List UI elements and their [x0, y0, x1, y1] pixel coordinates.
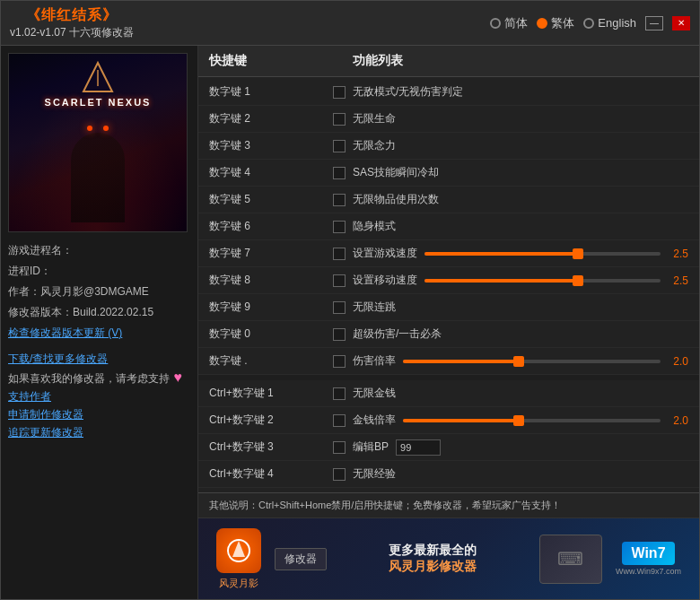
shortcut-5: 数字键 5 [209, 192, 326, 207]
checkbox-1[interactable] [333, 86, 346, 99]
keyboard-image: ⌨ [539, 535, 602, 584]
table-row: Ctrl+数字键 4 无限经验 [198, 461, 699, 488]
left-panel: SCARLET NEXUS 游戏进程名： 进程ID： 作者：风灵月影@3DMGA… [1, 46, 198, 599]
function-2: 无限生命 [353, 111, 688, 126]
download-link[interactable]: 下载/查找更多修改器 [8, 352, 190, 367]
checkbox-ctrl-1[interactable] [333, 387, 346, 400]
dmg-slider-fill [403, 360, 519, 363]
request-link[interactable]: 申请制作修改器 [8, 407, 190, 422]
checkbox-ctrl-3[interactable] [333, 441, 346, 454]
speed-slider-fill [424, 252, 578, 256]
process-id-label: 进程ID： [8, 264, 190, 279]
checkbox-4[interactable] [333, 167, 346, 179]
supporters-link[interactable]: 支持作者 [8, 389, 190, 404]
lang-traditional[interactable]: 繁体 [537, 15, 574, 31]
dmg-slider-track[interactable] [403, 360, 661, 363]
checkbox-cell-5[interactable] [326, 194, 353, 206]
speed-slider-track[interactable] [424, 252, 661, 256]
checkbox-cell-ctrl-2[interactable] [326, 414, 353, 427]
checkbox-2[interactable] [333, 113, 346, 126]
function-5: 无限物品使用次数 [353, 192, 688, 207]
table-row: 数字键 . 伤害倍率 2.0 [198, 348, 699, 375]
title-bar: 《绯红结系》 v1.02-v1.07 十六项修改器 简体 繁体 English … [1, 1, 699, 46]
speed-slider-value: 2.5 [666, 248, 688, 260]
check-update-link[interactable]: 检查修改器版本更新 (V) [8, 326, 190, 341]
minimize-icon: — [650, 18, 659, 28]
table-row: Ctrl+数字键 3 编辑BP [198, 434, 699, 461]
footer-logo-icon [216, 528, 261, 573]
checkbox-ctrl-2[interactable] [333, 414, 346, 427]
lang-simplified-label: 简体 [504, 15, 528, 31]
checkbox-cell-7[interactable] [326, 248, 353, 260]
function-ctrl-2: 金钱倍率 2.0 [353, 413, 688, 428]
table-header: 快捷键 功能列表 [198, 46, 699, 77]
latest-link[interactable]: 追踪更新修改器 [8, 425, 190, 440]
checkbox-ctrl-4[interactable] [333, 468, 346, 481]
lang-simplified[interactable]: 简体 [490, 15, 528, 31]
table-row: 数字键 3 无限念力 [198, 133, 699, 160]
function-8: 设置移动速度 2.5 [353, 273, 688, 288]
checkbox-cell-8[interactable] [326, 274, 353, 287]
bp-input[interactable] [396, 439, 441, 456]
function-ctrl-1: 无限金钱 [353, 386, 688, 401]
checkbox-cell-6[interactable] [326, 221, 353, 233]
function-6: 隐身模式 [353, 219, 688, 234]
dmg-slider-container: 2.0 [403, 355, 688, 368]
game-image: SCARLET NEXUS [8, 53, 188, 232]
dmg-slider-thumb[interactable] [513, 356, 524, 367]
lang-english[interactable]: English [583, 16, 636, 30]
shortcut-6: 数字键 6 [209, 219, 326, 234]
money-slider-thumb[interactable] [513, 415, 524, 426]
radio-traditional [537, 18, 547, 29]
checkbox-7[interactable] [333, 248, 346, 260]
table-body: 数字键 1 无敌模式/无视伤害判定 数字键 2 无限生命 数字键 3 无限念力 [198, 77, 699, 492]
checkbox-cell-ctrl-4[interactable] [326, 468, 353, 481]
move-slider-container: 2.5 [424, 274, 688, 287]
dmg-slider-value: 2.0 [666, 355, 688, 368]
scarlet-nexus-logo-text: SCARLET NEXUS [16, 97, 179, 108]
checkbox-8[interactable] [333, 274, 346, 287]
checkbox-cell-ctrl-3[interactable] [326, 441, 353, 454]
close-button[interactable]: ✕ [672, 16, 690, 30]
shortcut-7: 数字键 7 [209, 246, 326, 261]
checkbox-11[interactable] [333, 355, 346, 368]
function-7: 设置游戏速度 2.5 [353, 246, 688, 261]
table-row: 数字键 6 隐身模式 [198, 213, 699, 240]
checkbox-cell-11[interactable] [326, 355, 353, 368]
win7-logo: Win7 [622, 542, 674, 565]
checkbox-3[interactable] [333, 140, 346, 152]
footer-center: 更多最新最全的 风灵月影修改器 [340, 543, 526, 575]
footer-logo-text: 风灵月影 [219, 577, 258, 590]
checkbox-cell-3[interactable] [326, 140, 353, 152]
checkbox-9[interactable] [333, 301, 346, 314]
footer-main-text2: 风灵月影修改器 [340, 559, 526, 575]
checkbox-cell-2[interactable] [326, 113, 353, 126]
shortcut-1: 数字键 1 [209, 84, 326, 100]
checkbox-5[interactable] [333, 194, 346, 206]
checkbox-cell-10[interactable] [326, 328, 353, 341]
title-left: 《绯红结系》 v1.02-v1.07 十六项修改器 [10, 6, 134, 40]
lang-english-label: English [598, 16, 636, 30]
checkbox-cell-ctrl-1[interactable] [326, 387, 353, 400]
checkbox-6[interactable] [333, 221, 346, 233]
win7-text: Win7 [631, 545, 665, 561]
table-row: 数字键 2 无限生命 [198, 106, 699, 133]
shortcut-2: 数字键 2 [209, 111, 326, 126]
minimize-button[interactable]: — [645, 16, 663, 30]
move-slider-thumb[interactable] [573, 275, 583, 286]
checkbox-cell-9[interactable] [326, 301, 353, 314]
speed-slider-thumb[interactable] [573, 248, 583, 259]
svg-marker-3 [232, 541, 245, 557]
checkbox-cell-4[interactable] [326, 167, 353, 179]
move-slider-track[interactable] [424, 279, 661, 283]
table-row: 数字键 5 无限物品使用次数 [198, 187, 699, 213]
money-slider-track[interactable] [403, 419, 661, 422]
shortcut-ctrl-2: Ctrl+数字键 2 [209, 413, 326, 428]
function-11: 伤害倍率 2.0 [353, 353, 688, 369]
title-right: 简体 繁体 English — ✕ [490, 15, 690, 31]
content-area: SCARLET NEXUS 游戏进程名： 进程ID： 作者：风灵月影@3DMGA… [1, 46, 699, 599]
function-4: SAS技能瞬间冷却 [353, 165, 688, 180]
function-10: 超级伤害/一击必杀 [353, 326, 688, 342]
checkbox-cell-1[interactable] [326, 86, 353, 99]
checkbox-10[interactable] [333, 328, 346, 341]
